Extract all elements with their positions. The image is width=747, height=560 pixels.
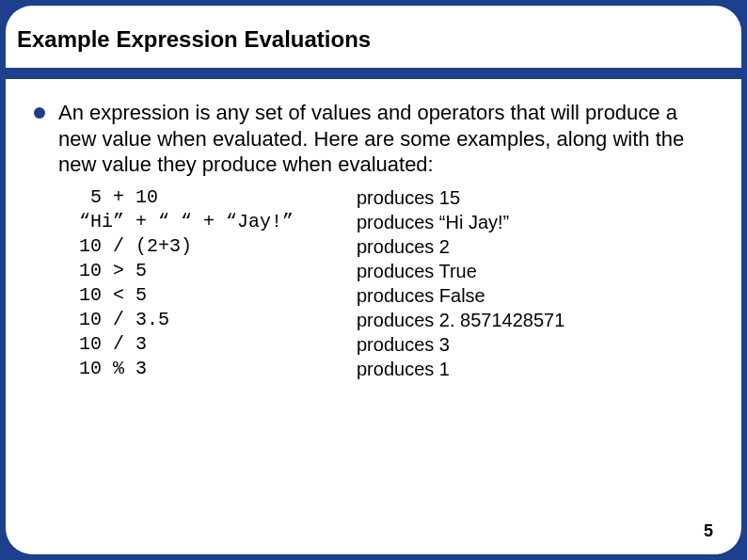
table-row: “Hi” + “ “ + “Jay!” produces “Hi Jay!” <box>79 210 713 234</box>
intro-text: An expression is any set of values and o… <box>58 100 713 178</box>
result-cell: produces “Hi Jay!” <box>357 210 509 234</box>
result-cell: produces 1 <box>357 357 450 381</box>
expression-cell: 5 + 10 <box>79 185 357 210</box>
expression-cell: 10 < 5 <box>79 283 357 308</box>
bullet-icon <box>34 107 45 119</box>
content-area: An expression is any set of values and o… <box>6 79 741 381</box>
result-cell: produces True <box>357 259 477 283</box>
result-cell: produces 15 <box>357 185 460 210</box>
result-cell: produces False <box>357 283 485 308</box>
result-cell: produces 2 <box>357 234 450 259</box>
expression-cell: 10 / 3 <box>79 332 357 357</box>
expression-cell: 10 % 3 <box>79 357 357 381</box>
table-row: 10 / 3.5 produces 2. 8571428571 <box>79 308 713 332</box>
table-row: 10 / 3 produces 3 <box>79 332 713 357</box>
table-row: 10 > 5 produces True <box>79 259 713 283</box>
table-row: 10 / (2+3) produces 2 <box>79 234 713 259</box>
title-divider <box>6 68 741 79</box>
expression-cell: 10 / (2+3) <box>79 234 357 259</box>
result-cell: produces 2. 8571428571 <box>357 308 564 332</box>
slide: Example Expression Evaluations An expres… <box>6 6 741 554</box>
expression-cell: 10 > 5 <box>79 259 357 283</box>
page-number: 5 <box>704 521 713 541</box>
expression-cell: 10 / 3.5 <box>79 308 357 332</box>
table-row: 5 + 10 produces 15 <box>79 185 713 210</box>
examples-table: 5 + 10 produces 15 “Hi” + “ “ + “Jay!” p… <box>79 185 713 381</box>
slide-title: Example Expression Evaluations <box>17 26 732 53</box>
table-row: 10 % 3 produces 1 <box>79 357 713 381</box>
result-cell: produces 3 <box>357 332 450 357</box>
table-row: 10 < 5 produces False <box>79 283 713 308</box>
bullet-row: An expression is any set of values and o… <box>34 100 713 178</box>
expression-cell: “Hi” + “ “ + “Jay!” <box>79 210 357 234</box>
title-area: Example Expression Evaluations <box>6 6 741 62</box>
